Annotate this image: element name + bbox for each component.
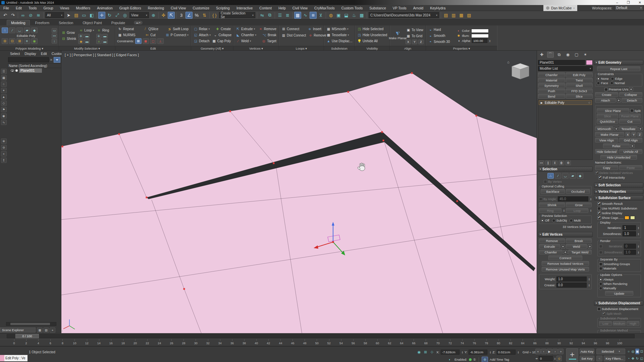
- workspace-dropdown[interactable]: Default▾: [614, 5, 643, 11]
- constraint-icon[interactable]: ⟂: [157, 38, 164, 44]
- named-selection-set-dropdown[interactable]: Create Selection Se▾: [219, 12, 255, 18]
- dist-connect-button[interactable]: ▥Dist Connect: [281, 33, 307, 38]
- vertex-color-swatch[interactable]: [471, 29, 489, 33]
- hide-selected-button[interactable]: ◳Hide Selected: [357, 26, 388, 32]
- materials-checkbox[interactable]: [599, 267, 602, 270]
- tessellate-button[interactable]: ▩Tessellate▾: [326, 32, 353, 38]
- key-filters-button[interactable]: Key Filters...: [604, 356, 625, 361]
- configure-modifier-sets-icon[interactable]: ⚙: [566, 161, 571, 165]
- x-coordinate-field[interactable]: -7.628cm: [441, 350, 460, 355]
- extrude-settings-icon[interactable]: [561, 245, 565, 248]
- repeat-button[interactable]: ↻Repeat: [117, 26, 135, 32]
- selection-tool-icon[interactable]: ▤: [73, 12, 80, 19]
- menu-item[interactable]: KeyHydra: [427, 5, 449, 11]
- break-button[interactable]: ⌥Break: [262, 32, 277, 38]
- update-button[interactable]: Update: [605, 291, 633, 296]
- display-iterations-field[interactable]: 1: [623, 225, 636, 230]
- mirror-align-icon[interactable]: ⧉: [266, 12, 273, 19]
- chamfer-settings-icon[interactable]: [564, 250, 567, 254]
- set-key-button[interactable]: Set Key: [580, 356, 594, 361]
- user-account-menu[interactable]: Dan McCabe ▾: [543, 5, 577, 11]
- attach-button[interactable]: ◱Attach▾: [193, 32, 211, 38]
- transform-tool-icon[interactable]: ↻: [106, 12, 113, 19]
- hide-unselected-button[interactable]: Hide Unselected: [600, 155, 637, 160]
- mirror-align-icon[interactable]: ⇋: [259, 12, 266, 19]
- subobject-level-icon[interactable]: ▰: [570, 173, 576, 179]
- align-z-button[interactable]: Z: [418, 40, 424, 44]
- msmooth-settings-icon[interactable]: [614, 127, 618, 131]
- explorer-h-scrollbar[interactable]: [6, 322, 56, 326]
- snap-toggle-icon[interactable]: %: [193, 12, 200, 19]
- link-tools-icon[interactable]: ∞: [19, 12, 26, 19]
- loop-tool-icon[interactable]: ▬: [84, 34, 90, 39]
- playback-button[interactable]: «: [535, 349, 541, 354]
- section-label[interactable]: Polygon Modeling ▾: [0, 46, 59, 50]
- named-selection-sets-icon[interactable]: { }: [211, 12, 218, 19]
- subobject-mode-icon[interactable]: ∕: [9, 27, 15, 33]
- viewport-nav-icon[interactable]: ◔: [627, 356, 631, 361]
- object-name-field[interactable]: Plane001: [538, 60, 585, 65]
- section-label[interactable]: Modify Selection ▾: [59, 46, 115, 50]
- update-when-rendering-radio[interactable]: [599, 282, 602, 286]
- pconnect-button[interactable]: ⊞P Connect▾: [164, 32, 189, 38]
- shrink-button[interactable]: Shrink: [539, 202, 565, 207]
- rollout-header-edit-geometry[interactable]: ▾Edit Geometry: [594, 60, 643, 65]
- transform-tool-icon[interactable]: ⤢: [114, 12, 121, 19]
- menu-item[interactable]: Edit: [12, 5, 25, 11]
- alpha-field[interactable]: 100.00: [472, 39, 487, 43]
- explorer-toggle-icon[interactable]: ≣: [284, 12, 291, 19]
- preset-high-button[interactable]: High: [627, 321, 639, 326]
- extrude-button[interactable]: ⇱Extrude▾: [235, 26, 256, 32]
- align-y-button[interactable]: Y: [412, 40, 417, 44]
- full-interactivity-checkbox[interactable]: [598, 176, 602, 179]
- rollout-header-subdivision-displacement[interactable]: ▾Subdivision Displacement: [594, 301, 643, 306]
- constraint-icon[interactable]: ◻: [150, 38, 156, 44]
- isoline-display-checkbox[interactable]: [597, 212, 601, 215]
- modifier-preset-button[interactable]: Twist: [566, 78, 593, 82]
- ring-tool-icon[interactable]: ≡: [96, 39, 102, 44]
- render-tool-icon[interactable]: ▣: [335, 12, 342, 19]
- section-label[interactable]: Subdivision: [324, 46, 355, 50]
- illum-color-swatch[interactable]: [471, 34, 489, 38]
- relax-settings-icon[interactable]: [631, 144, 634, 148]
- viewport-nav-icon[interactable]: ▣: [635, 349, 639, 354]
- modifier-preset-button[interactable]: FFD 3x3x3: [566, 88, 593, 93]
- view-align-button[interactable]: View Align: [595, 138, 618, 142]
- remove-isolated-vertices-button[interactable]: Remove Isolated Vertices: [542, 261, 589, 266]
- menu-item[interactable]: Help: [275, 5, 289, 11]
- time-tag-icon[interactable]: ⊚: [482, 357, 488, 362]
- menu-item[interactable]: Customize: [189, 5, 213, 11]
- menu-item[interactable]: Civil View: [289, 5, 311, 11]
- hide-selected-button[interactable]: Hide Selected: [595, 149, 618, 154]
- modifier-preset-button[interactable]: Symmetry: [538, 83, 565, 88]
- render-setup-icon[interactable]: ▥: [450, 12, 457, 19]
- visibility-eye-icon[interactable]: [11, 69, 14, 72]
- attach-button[interactable]: Attach: [595, 98, 616, 103]
- modifier-preset-button[interactable]: Material: [538, 78, 565, 82]
- preview-subobj-radio[interactable]: [552, 219, 555, 222]
- constraint-icon[interactable]: ◼: [143, 38, 149, 44]
- weld-settings-icon[interactable]: [588, 245, 592, 248]
- tab-utilities[interactable]: ✶: [582, 52, 589, 58]
- quickslice-button[interactable]: QuickSlice: [597, 119, 618, 124]
- rollout-header-selection[interactable]: ▾Selection: [538, 167, 593, 172]
- preserve-uvs-settings-icon[interactable]: [629, 87, 633, 91]
- viewport-nav-icon[interactable]: ◎: [631, 349, 635, 354]
- snap-toggle-icon[interactable]: ⇅: [201, 12, 208, 19]
- playback-button[interactable]: ‹: [541, 349, 546, 354]
- render-tool-icon[interactable]: ◍: [327, 12, 334, 19]
- make-planar-button[interactable]: Make Planar: [595, 132, 624, 137]
- weld-button[interactable]: Weld: [566, 244, 587, 249]
- subobject-mode-icon[interactable]: ▰: [24, 27, 30, 33]
- section-label[interactable]: Edit: [115, 46, 191, 50]
- stack-tool-icon[interactable]: ⊶: [52, 34, 57, 38]
- use-displacement-button[interactable]: ▲Use Displac...: [326, 38, 353, 44]
- chamfer-button[interactable]: ◣Chamfer▾: [235, 32, 257, 38]
- time-slider-track[interactable]: [7, 334, 635, 338]
- tab-hierarchy[interactable]: ⧉: [556, 52, 562, 58]
- align-x-button[interactable]: X: [406, 40, 411, 44]
- key-filters-paw-icon[interactable]: ⁖: [596, 356, 602, 361]
- playback-button[interactable]: ▶: [547, 349, 552, 354]
- shrink-button[interactable]: ⊟Shrink: [61, 36, 77, 42]
- section-label[interactable]: Align: [390, 46, 426, 50]
